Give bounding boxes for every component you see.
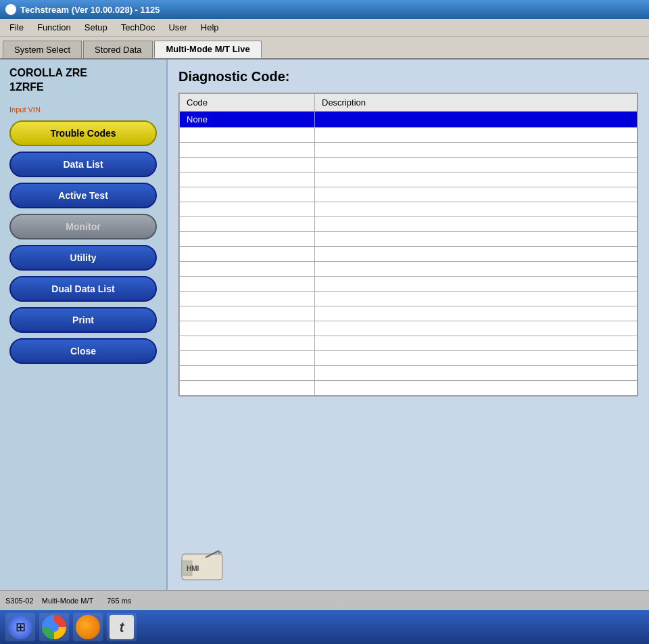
table-cell-description [315, 172, 638, 187]
vehicle-model: COROLLA ZRE [9, 66, 157, 80]
orange-icon [76, 615, 100, 639]
status-code: S305-02 Multi-Mode M/T [5, 597, 93, 605]
table-cell-description [315, 366, 638, 381]
table-cell-description [315, 158, 638, 172]
table-cell-code: None [180, 112, 315, 128]
table-row[interactable] [180, 292, 638, 306]
status-time: 765 ms [107, 597, 131, 605]
menu-bar: File Function Setup TechDoc User Help [0, 19, 649, 37]
table-row[interactable] [180, 187, 638, 202]
active-test-button[interactable]: Active Test [9, 183, 157, 208]
print-button[interactable]: Print [9, 307, 157, 333]
orange-app-button[interactable] [73, 613, 103, 641]
table-row[interactable] [180, 158, 638, 172]
table-cell-description [315, 321, 638, 336]
table-cell-description [315, 306, 638, 321]
table-cell-description [315, 232, 638, 247]
table-cell-description [315, 247, 638, 262]
table-cell-description [315, 187, 638, 202]
table-cell-code [180, 217, 315, 232]
vehicle-engine: 1ZRFE [9, 80, 157, 95]
table-row[interactable] [180, 202, 638, 217]
table-cell-code [180, 128, 315, 143]
table-cell-code [180, 232, 315, 247]
menu-file[interactable]: File [3, 21, 30, 34]
table-row[interactable] [180, 262, 638, 277]
table-cell-code [180, 262, 315, 277]
table-row[interactable]: None [180, 112, 638, 128]
table-row[interactable] [180, 217, 638, 232]
table-cell-description [315, 262, 638, 277]
t-app-icon: t [110, 615, 134, 639]
bottom-logo-area: HMI [168, 542, 649, 590]
table-cell-code [180, 158, 315, 172]
table-cell-description [315, 112, 638, 128]
table-cell-description [315, 292, 638, 306]
menu-setup[interactable]: Setup [78, 21, 114, 34]
table-row[interactable] [180, 381, 638, 396]
table-row[interactable] [180, 128, 638, 143]
svg-text:HMI: HMI [187, 565, 199, 572]
vehicle-info: COROLLA ZRE 1ZRFE [9, 66, 157, 95]
menu-function[interactable]: Function [30, 21, 78, 34]
main-content: COROLLA ZRE 1ZRFE Input VIN Trouble Code… [0, 60, 649, 590]
table-row[interactable] [180, 232, 638, 247]
windows-start-button[interactable]: ⊞ [5, 613, 35, 641]
menu-help[interactable]: Help [194, 21, 226, 34]
table-cell-code [180, 277, 315, 292]
table-cell-code [180, 247, 315, 262]
table-cell-code [180, 306, 315, 321]
table-cell-code [180, 143, 315, 158]
diag-section: Diagnostic Code: Code Description None [168, 60, 649, 542]
diag-code-table: Code Description None [179, 93, 638, 396]
windows-icon: ⊞ [8, 615, 32, 639]
chrome-button[interactable] [39, 613, 69, 641]
table-cell-code [180, 381, 315, 396]
tab-multimode-live[interactable]: Multi-Mode M/T Live [154, 41, 261, 58]
table-row[interactable] [180, 143, 638, 158]
tab-system-select[interactable]: System Select [3, 41, 82, 58]
dual-data-list-button[interactable]: Dual Data List [9, 276, 157, 302]
table-row[interactable] [180, 172, 638, 187]
table-cell-code [180, 351, 315, 366]
table-row[interactable] [180, 366, 638, 381]
table-row[interactable] [180, 321, 638, 336]
app-icon [5, 4, 16, 15]
menu-techdoc[interactable]: TechDoc [114, 21, 162, 34]
table-row[interactable] [180, 277, 638, 292]
input-vin-label: Input VIN [9, 106, 157, 114]
table-cell-description [315, 202, 638, 217]
table-cell-description [315, 381, 638, 396]
status-bar: S305-02 Multi-Mode M/T 765 ms [0, 590, 649, 610]
taskbar: ⊞ t [0, 610, 649, 644]
menu-user[interactable]: User [162, 21, 193, 34]
tab-stored-data[interactable]: Stored Data [83, 41, 153, 58]
t-app-button[interactable]: t [107, 613, 137, 641]
table-cell-code [180, 292, 315, 306]
table-cell-code [180, 366, 315, 381]
table-cell-description [315, 143, 638, 158]
diag-table-container: Code Description None [178, 93, 638, 396]
tab-bar: System Select Stored Data Multi-Mode M/T… [0, 37, 649, 60]
right-panel: Diagnostic Code: Code Description None [168, 60, 649, 590]
monitor-button[interactable]: Monitor [9, 214, 157, 239]
table-cell-code [180, 321, 315, 336]
title-bar: Techstream (Ver 10.00.028) - 1125 [0, 0, 649, 19]
table-row[interactable] [180, 336, 638, 351]
table-cell-description [315, 217, 638, 232]
trouble-codes-button[interactable]: Trouble Codes [9, 120, 157, 146]
utility-button[interactable]: Utility [9, 245, 157, 271]
col-description: Description [315, 94, 638, 112]
col-code: Code [180, 94, 315, 112]
table-row[interactable] [180, 351, 638, 366]
sidebar: COROLLA ZRE 1ZRFE Input VIN Trouble Code… [0, 60, 168, 590]
app-title: Techstream (Ver 10.00.028) - 1125 [20, 5, 160, 15]
table-cell-description [315, 336, 638, 351]
table-row[interactable] [180, 306, 638, 321]
data-list-button[interactable]: Data List [9, 152, 157, 177]
table-cell-description [315, 128, 638, 143]
hmi-logo-icon: HMI [178, 547, 226, 584]
close-button[interactable]: Close [9, 338, 157, 364]
diag-code-title: Diagnostic Code: [178, 69, 638, 85]
table-row[interactable] [180, 247, 638, 262]
